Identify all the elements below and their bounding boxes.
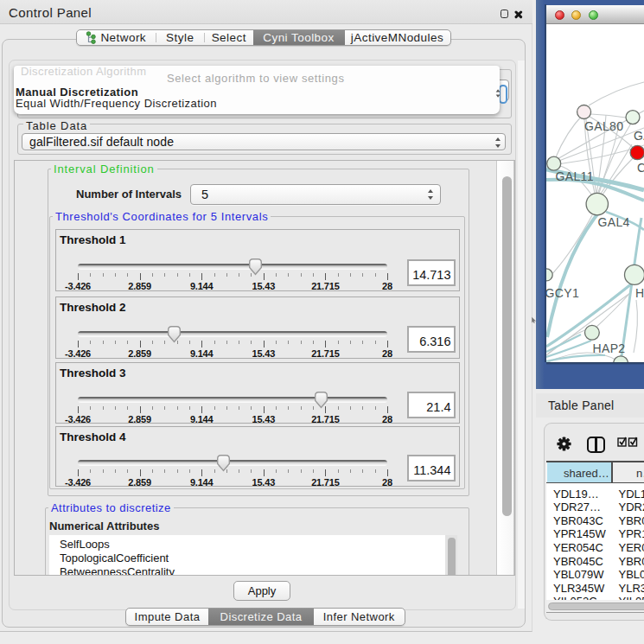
svg-text:GAL4: GAL4 xyxy=(598,215,630,229)
svg-text:GCY1: GCY1 xyxy=(546,286,579,300)
svg-text:GAL80: GAL80 xyxy=(584,119,623,133)
svg-text:CY: CY xyxy=(637,161,644,175)
svg-text:HAP2: HAP2 xyxy=(593,341,626,355)
svg-text:GAL3: GAL3 xyxy=(634,129,644,143)
svg-text:HAP4: HAP4 xyxy=(635,286,644,300)
svg-text:GAL11: GAL11 xyxy=(556,169,594,183)
